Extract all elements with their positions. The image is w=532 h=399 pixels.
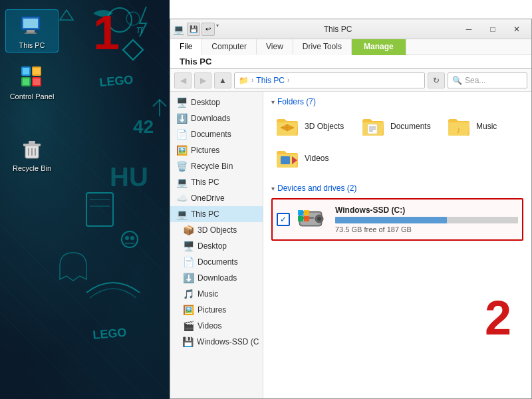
folder-documents[interactable]: Documents <box>357 112 438 141</box>
address-location-icon: 📁 <box>239 76 249 85</box>
sidebar-recycle-label: Recycle Bin <box>191 162 233 171</box>
desktop: π LEGO 42 HU LEGO <box>0 0 170 399</box>
thispc-sidebar-icon-2: 💻 <box>176 209 188 219</box>
drives-section-label: Devices and drives (2) <box>277 184 356 193</box>
sidebar-3dobjects-label: 3D Objects <box>198 225 237 235</box>
sidebar-item-music[interactable]: 🎵 Music <box>170 286 263 302</box>
sidebar-item-thispc-1[interactable]: 💻 This PC <box>170 174 263 190</box>
sidebar-item-onedrive[interactable]: ☁️ OneDrive <box>170 190 263 206</box>
drives-section: ▾ Devices and drives (2) ✓ <box>271 184 523 241</box>
documents-folder-icon <box>361 116 385 137</box>
drive-name: Windows-SSD (C:) <box>335 205 518 215</box>
sidebar-item-documents[interactable]: 📄 Documents <box>170 126 263 142</box>
3dobjects-sidebar-icon: 📦 <box>182 225 194 235</box>
search-box[interactable]: 🔍 Sea... <box>448 72 527 88</box>
tab-manage[interactable]: Manage <box>352 39 406 55</box>
qs-dropdown[interactable]: ▾ <box>216 23 219 36</box>
sidebar-item-windowsssd[interactable]: 💾 Windows-SSD (C <box>170 334 263 350</box>
svg-marker-2 <box>60 10 73 20</box>
maximize-button[interactable]: □ <box>481 19 505 39</box>
sidebar-item-desktop-2[interactable]: 🖥️ Desktop <box>170 238 263 254</box>
svg-point-1 <box>126 12 140 25</box>
svg-rect-52 <box>304 216 309 221</box>
save-qs-btn[interactable]: 💾 <box>187 23 200 36</box>
svg-point-11 <box>122 231 138 247</box>
svg-text:42: 42 <box>133 116 154 137</box>
drive-info: Windows-SSD (C:) 73.5 GB free of 187 GB <box>335 205 518 233</box>
ribbon-tabs: File Computer View Drive Tools Manage <box>170 39 531 55</box>
address-bar[interactable]: 📁 › This PC › <box>234 72 425 88</box>
tab-file[interactable]: File <box>170 39 202 55</box>
tab-computer[interactable]: Computer <box>202 39 257 55</box>
svg-text:HU: HU <box>110 162 148 192</box>
window-title: This PC <box>221 25 454 34</box>
recycle-bin-desktop-icon[interactable]: Recycle Bin <box>5 133 59 175</box>
svg-rect-17 <box>23 19 38 28</box>
sidebar-thispc-label-1: This PC <box>191 178 219 187</box>
back-button[interactable]: ◀ <box>174 72 192 88</box>
toolbar: ◀ ▶ ▲ 📁 › This PC › ↻ 🔍 Sea... <box>170 69 531 92</box>
svg-rect-50 <box>304 210 309 215</box>
folder-videos-name: Videos <box>305 154 329 163</box>
svg-rect-29 <box>23 144 41 146</box>
folder-videos[interactable]: Videos <box>271 144 352 173</box>
sidebar: 🖥️ Desktop ⬇️ Downloads 📄 Documents 🖼️ P… <box>170 92 263 398</box>
svg-rect-30 <box>29 141 35 144</box>
sidebar-item-downloads-2[interactable]: ⬇️ Downloads <box>170 270 263 286</box>
folder-3dobjects[interactable]: 3D Objects <box>271 112 352 141</box>
svg-point-12 <box>125 236 129 240</box>
svg-rect-42 <box>281 156 290 164</box>
address-separator: › <box>251 76 253 84</box>
main-panel: ▾ Folders (7) 3D Objects <box>263 92 531 398</box>
tab-drive-tools[interactable]: Drive Tools <box>293 39 352 55</box>
up-button[interactable]: ▲ <box>214 72 231 88</box>
recycle-bin-label: Recycle Bin <box>13 164 51 172</box>
sidebar-item-pictures-2[interactable]: 🖼️ Pictures <box>170 302 263 318</box>
sidebar-item-3dobjects[interactable]: 📦 3D Objects <box>170 222 263 238</box>
sidebar-pictures2-label: Pictures <box>198 305 226 315</box>
drive-checkbox[interactable]: ✓ <box>277 213 290 226</box>
ribbon-title: This PC <box>170 55 531 68</box>
thispc-sidebar-icon-1: 💻 <box>176 177 188 188</box>
svg-rect-23 <box>33 68 40 74</box>
undo-qs-btn[interactable]: ↩ <box>201 23 215 36</box>
sidebar-item-videos[interactable]: 🎬 Videos <box>170 318 263 334</box>
downloads-sidebar-icon: ⬇️ <box>176 113 188 124</box>
sidebar-item-thispc-selected[interactable]: 💻 This PC <box>170 206 263 222</box>
drive-windows-ssd[interactable]: ✓ <box>271 198 523 241</box>
sidebar-item-downloads[interactable]: ⬇️ Downloads <box>170 110 263 126</box>
badge-1: 1 <box>93 5 120 60</box>
close-button[interactable]: ✕ <box>505 19 529 39</box>
refresh-button[interactable]: ↻ <box>428 72 445 88</box>
svg-rect-51 <box>298 216 303 221</box>
address-this-pc[interactable]: This PC <box>256 76 285 85</box>
drive-bar-wrap <box>335 217 518 223</box>
videos-folder-icon <box>275 148 299 169</box>
desktop2-sidebar-icon: 🖥️ <box>182 241 194 251</box>
sidebar-thispc-label-2: This PC <box>191 209 219 219</box>
folders-section-header[interactable]: ▾ Folders (7) <box>271 97 523 106</box>
sidebar-item-pictures[interactable]: 🖼️ Pictures <box>170 142 263 158</box>
sidebar-item-desktop[interactable]: 🖥️ Desktop <box>170 94 263 110</box>
folder-music-name: Music <box>476 122 497 131</box>
drives-chevron: ▾ <box>271 185 275 192</box>
svg-rect-27 <box>33 78 40 85</box>
drive-space: 73.5 GB free of 187 GB <box>335 225 518 233</box>
windowsssd-sidebar-icon: 💾 <box>182 336 194 347</box>
control-panel-icon[interactable]: Control Panel <box>5 61 59 103</box>
onedrive-sidebar-icon: ☁️ <box>176 193 188 203</box>
folders-grid: 3D Objects Documents <box>271 112 523 173</box>
drives-section-header[interactable]: ▾ Devices and drives (2) <box>271 184 523 193</box>
sidebar-item-recycle[interactable]: 🗑️ Recycle Bin <box>170 158 263 174</box>
sidebar-item-documents-2[interactable]: 📄 Documents <box>170 254 263 270</box>
recycle-bin-icon-img <box>19 136 45 162</box>
folder-music[interactable]: ♪ Music <box>443 112 523 141</box>
search-placeholder: Sea... <box>465 76 485 85</box>
minimize-button[interactable]: ─ <box>457 19 481 39</box>
svg-text:♪: ♪ <box>456 124 461 135</box>
forward-button[interactable]: ▶ <box>194 72 211 88</box>
tab-view[interactable]: View <box>257 39 293 55</box>
svg-point-13 <box>130 236 134 240</box>
this-pc-icon[interactable]: This PC <box>5 9 59 53</box>
this-pc-label: This PC <box>19 41 45 49</box>
